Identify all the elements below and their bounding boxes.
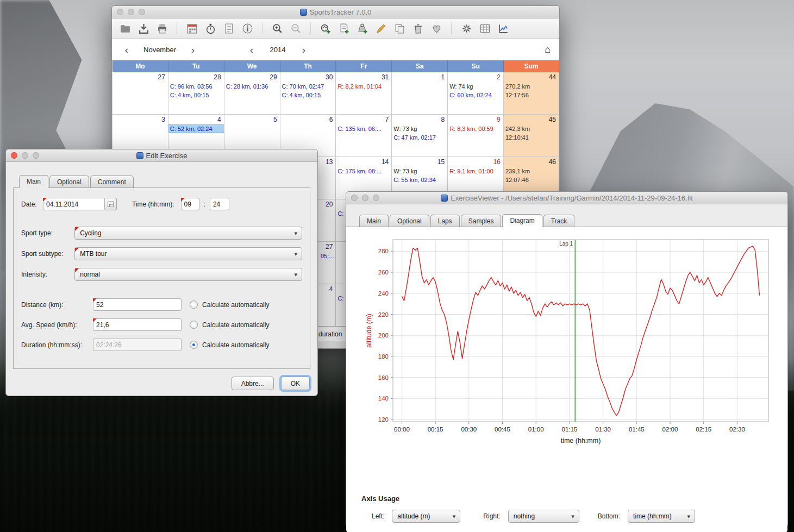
calendar-header-we[interactable]: We — [224, 60, 280, 72]
exercise-entry[interactable]: W: 73 kg — [392, 125, 447, 133]
exercise-entry[interactable]: C: 4 km, 00:15 — [280, 91, 336, 99]
exercise-entry[interactable]: W: 74 kg — [448, 83, 503, 90]
add-weight-button[interactable] — [355, 21, 370, 36]
zoom-window-button[interactable] — [373, 195, 379, 201]
minimize-window-button[interactable] — [22, 152, 28, 159]
avg-speed-input[interactable] — [93, 318, 182, 331]
close-window-button[interactable] — [351, 195, 358, 201]
exercise-entry[interactable]: C: 52 km, 02:24 — [168, 125, 224, 133]
open-folder-button[interactable] — [117, 21, 133, 36]
tab-samples[interactable]: Samples — [461, 215, 502, 227]
tab-diagram[interactable]: Diagram — [502, 214, 542, 227]
calendar-header-tu[interactable]: Tu — [168, 60, 224, 72]
sport-type-select[interactable]: Cycling — [74, 227, 302, 240]
edit-entry-button[interactable] — [373, 21, 389, 36]
exercise-entry[interactable]: C: 55 km, 02:34 — [392, 176, 447, 184]
table-view-button[interactable] — [477, 21, 492, 36]
calendar-day-cell[interactable]: 31R: 8,2 km, 01:04 — [336, 72, 392, 115]
chart-view-button[interactable] — [496, 21, 511, 36]
exercise-entry[interactable]: C: 60 km, 02:24 — [448, 91, 503, 99]
minimize-window-button[interactable] — [128, 9, 134, 15]
delete-entry-button[interactable] — [410, 21, 426, 36]
stopwatch-button[interactable] — [203, 21, 218, 36]
altitude-diagram-chart[interactable]: 12014016018020022024026028000:0000:1500:… — [362, 233, 776, 455]
favorite-button[interactable] — [429, 21, 444, 36]
distance-auto-radio[interactable] — [190, 301, 198, 309]
zoom-window-button[interactable] — [33, 152, 39, 159]
tab-main[interactable]: Main — [359, 215, 389, 227]
exercise-viewer-window[interactable]: ExerciseViewer - /Users/stefan/Training/… — [346, 191, 788, 527]
list-view-button[interactable] — [221, 21, 236, 36]
tab-comment[interactable]: Comment — [90, 176, 134, 187]
exercise-entry[interactable]: R: 9,1 km, 01:00 — [448, 167, 503, 175]
exercise-entry[interactable]: C: 4 km, 00:15 — [168, 91, 224, 99]
close-window-button[interactable] — [117, 9, 123, 15]
distance-input[interactable] — [93, 298, 182, 311]
titlebar[interactable]: SportsTracker 7.0.0 — [112, 6, 559, 18]
add-note-button[interactable] — [336, 21, 352, 36]
calendar-day-cell[interactable]: 27 — [112, 72, 168, 115]
exercise-entry[interactable]: C: 28 km, 01:36 — [224, 83, 280, 90]
ok-button[interactable]: OK — [281, 377, 310, 390]
cancel-button[interactable]: Abbre... — [232, 377, 274, 390]
exercise-entry[interactable]: W: 73 kg — [392, 167, 447, 175]
save-button[interactable] — [136, 21, 151, 36]
zoom-in-button[interactable] — [270, 21, 285, 36]
calendar-day-cell[interactable]: 28C: 96 km, 03:56C: 4 km, 00:15 — [168, 72, 224, 115]
tab-laps[interactable]: Laps — [430, 215, 460, 227]
titlebar[interactable]: Edit Exercise — [6, 149, 317, 162]
calendar-header-mo[interactable]: Mo — [112, 60, 168, 72]
zoom-out-button[interactable] — [288, 21, 303, 36]
prev-year-button[interactable]: ‹ — [245, 45, 259, 55]
window-controls[interactable] — [117, 9, 145, 15]
right-axis-select[interactable]: nothing — [508, 510, 579, 523]
time-hours-input[interactable] — [181, 198, 199, 210]
calendar-header-sa[interactable]: Sa — [392, 60, 448, 72]
calendar-day-cell[interactable]: 30C: 70 km, 02:47C: 4 km, 00:15 — [280, 72, 336, 115]
exercise-entry[interactable]: C: 47 km, 02:17 — [392, 134, 447, 141]
info-button[interactable] — [240, 21, 255, 36]
exercise-entry[interactable]: C: 135 km, 06:... — [336, 125, 391, 133]
tab-main[interactable]: Main — [19, 175, 48, 188]
settings-button[interactable] — [459, 21, 474, 36]
calendar-header-sum[interactable]: Sum — [504, 60, 559, 72]
calendar-view-button[interactable] — [184, 21, 199, 36]
close-window-button[interactable] — [11, 152, 17, 159]
duration-input[interactable] — [93, 339, 182, 351]
intensity-select[interactable]: normal — [74, 268, 302, 281]
print-button[interactable] — [154, 21, 170, 36]
calendar-header-fr[interactable]: Fr — [336, 60, 392, 72]
calendar-day-cell[interactable]: 1 — [392, 72, 448, 115]
exercise-entry[interactable]: C: 175 km, 08:... — [336, 167, 391, 175]
tab-track[interactable]: Track — [543, 215, 575, 227]
minimize-window-button[interactable] — [362, 195, 368, 201]
window-controls[interactable] — [11, 152, 39, 159]
calendar-day-cell[interactable]: 7C: 135 km, 06:... — [336, 115, 392, 157]
exercise-entry[interactable]: R: 8,2 km, 01:04 — [336, 83, 391, 90]
calendar-day-cell[interactable]: 29C: 28 km, 01:36 — [224, 72, 280, 115]
calendar-header-th[interactable]: Th — [280, 60, 336, 72]
next-year-button[interactable]: › — [297, 45, 311, 55]
titlebar[interactable]: ExerciseViewer - /Users/stefan/Training/… — [346, 192, 787, 204]
bottom-axis-select[interactable]: time (hh:mm) — [628, 510, 695, 523]
calendar-day-cell[interactable]: 9R: 8,3 km, 00:59 — [448, 115, 504, 157]
calendar-header-su[interactable]: Su — [448, 60, 504, 72]
date-picker-button[interactable] — [105, 198, 117, 210]
exercise-entry[interactable]: C: 96 km, 03:56 — [168, 83, 224, 90]
copy-entry-button[interactable] — [392, 21, 407, 36]
date-input[interactable] — [43, 198, 105, 210]
tab-optional[interactable]: Optional — [390, 215, 429, 227]
exercise-entry[interactable]: C: 70 km, 02:47 — [280, 83, 336, 90]
duration-auto-radio[interactable] — [190, 341, 198, 349]
exercise-entry[interactable]: R: 8,3 km, 00:59 — [448, 125, 503, 133]
left-axis-select[interactable]: altitude (m) — [392, 510, 460, 523]
zoom-window-button[interactable] — [139, 9, 145, 15]
add-exercise-button[interactable] — [318, 21, 333, 36]
sport-subtype-select[interactable]: MTB tour — [74, 247, 302, 260]
next-month-button[interactable]: › — [186, 45, 200, 55]
calendar-day-cell[interactable]: 8W: 73 kgC: 47 km, 02:17 — [392, 115, 448, 157]
prev-month-button[interactable]: ‹ — [120, 45, 134, 55]
calendar-day-cell[interactable]: 2W: 74 kgC: 60 km, 02:24 — [448, 72, 504, 115]
time-minutes-input[interactable] — [210, 198, 229, 210]
home-button[interactable]: ⌂ — [545, 44, 551, 55]
